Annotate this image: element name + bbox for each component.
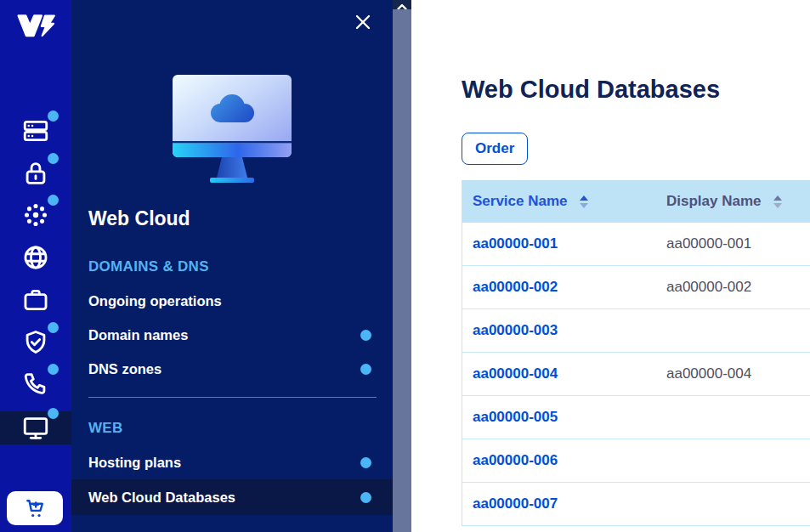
network-hub-icon[interactable]	[21, 201, 50, 229]
service-name-link[interactable]: aa00000-005	[473, 409, 558, 425]
notification-dot	[360, 330, 371, 341]
web-cloud-flyout-panel: Web Cloud DOMAINS & DNS Ongoing operatio…	[71, 0, 393, 532]
display-name-value: aa00000-001	[666, 235, 751, 252]
notification-dot	[360, 492, 371, 503]
menu-item-label: Ongoing operations	[88, 293, 222, 309]
menu-item-ongoing-operations[interactable]: Ongoing operations	[71, 284, 393, 318]
section-label-domains-dns: DOMAINS & DNS	[88, 258, 371, 275]
flyout-title: Web Cloud	[88, 207, 393, 230]
column-label: Service Name	[473, 193, 568, 210]
section-label-web: WEB	[88, 420, 371, 437]
table-row: aa00000-006	[462, 439, 810, 483]
notification-dot	[48, 153, 59, 164]
chevron-up-icon	[396, 2, 408, 10]
order-cart-button[interactable]	[7, 491, 63, 525]
display-name-value: aa00000-004	[666, 365, 751, 382]
table-row: aa00000-005	[462, 396, 810, 439]
lock-icon[interactable]	[21, 159, 50, 188]
web-cloud-monitor-illustration	[168, 75, 296, 185]
order-button[interactable]: Order	[462, 133, 528, 165]
scroll-up-button[interactable]	[393, 0, 411, 9]
close-icon[interactable]	[351, 11, 375, 35]
cart-plus-icon	[23, 496, 47, 520]
shield-check-icon[interactable]	[21, 328, 50, 357]
notification-dot	[48, 364, 59, 375]
service-name-link[interactable]: aa00000-002	[473, 279, 558, 295]
menu-item-hosting-plans[interactable]: Hosting plans	[71, 445, 393, 479]
sort-icon	[773, 195, 782, 208]
service-name-link[interactable]: aa00000-001	[473, 235, 558, 252]
main-content: Web Cloud Databases Order Service Name D…	[411, 0, 810, 532]
table-row: aa00000-007	[462, 483, 810, 526]
notification-dot	[360, 364, 371, 375]
table-row: aa00000-003	[462, 309, 810, 353]
column-label: Display Name	[666, 193, 762, 210]
table-row: aa00000-004 aa00000-004	[462, 353, 810, 396]
display-name-value: aa00000-002	[666, 279, 751, 295]
globe-icon[interactable]	[21, 243, 50, 272]
table-header-row: Service Name Display Name	[462, 180, 810, 223]
menu-item-label: Domain names	[88, 327, 188, 343]
notification-dot	[48, 322, 59, 333]
column-header-display-name[interactable]: Display Name	[656, 193, 782, 210]
menu-item-label: Hosting plans	[88, 455, 181, 471]
notification-dot	[48, 408, 59, 419]
page-title: Web Cloud Databases	[462, 73, 810, 105]
phone-icon[interactable]	[21, 370, 50, 399]
menu-item-label: DNS zones	[88, 361, 161, 377]
service-name-link[interactable]: aa00000-007	[473, 495, 558, 512]
service-name-link[interactable]: aa00000-003	[473, 322, 558, 338]
menu-item-domain-names[interactable]: Domain names	[71, 318, 393, 352]
flyout-scrollbar[interactable]	[393, 0, 411, 532]
service-name-link[interactable]: aa00000-006	[473, 452, 558, 468]
menu-item-web-cloud-databases[interactable]: Web Cloud Databases	[71, 479, 393, 515]
service-name-link[interactable]: aa00000-004	[473, 365, 558, 382]
web-cloud-monitor-icon[interactable]	[21, 414, 50, 443]
notification-dot	[48, 195, 59, 206]
notification-dot	[360, 457, 371, 468]
menu-divider	[88, 397, 377, 398]
app-window: Web Cloud DOMAINS & DNS Ongoing operatio…	[0, 0, 810, 532]
notification-dot	[48, 110, 59, 122]
sort-icon	[580, 195, 588, 208]
menu-item-label: Web Cloud Databases	[88, 490, 235, 506]
table-row: aa00000-001 aa00000-001	[462, 223, 810, 266]
flyout-menu: DOMAINS & DNS Ongoing operations Domain …	[71, 258, 393, 515]
briefcase-icon[interactable]	[21, 286, 50, 314]
databases-table: Service Name Display Name aa00000-001 aa…	[462, 180, 810, 526]
icon-sidebar	[0, 0, 71, 532]
column-header-service-name[interactable]: Service Name	[462, 193, 656, 210]
table-row: aa00000-002 aa00000-002	[462, 266, 810, 309]
ovhcloud-logo-icon[interactable]	[13, 8, 59, 44]
menu-item-dns-zones[interactable]: DNS zones	[71, 352, 393, 386]
servers-icon[interactable]	[21, 116, 50, 145]
